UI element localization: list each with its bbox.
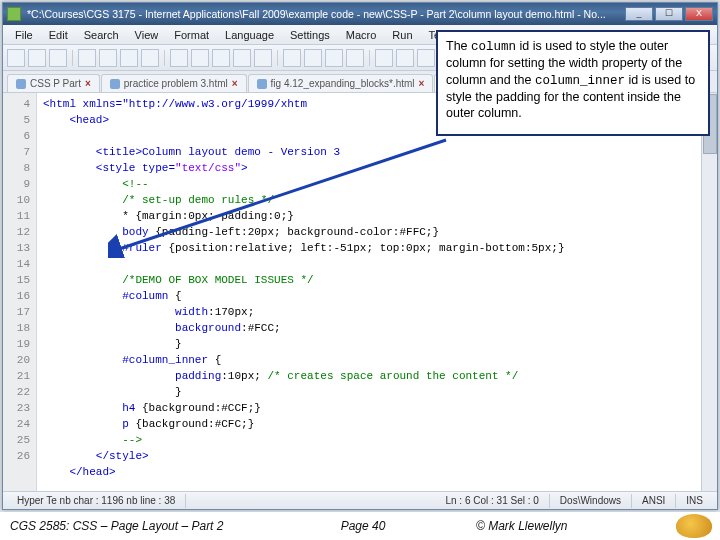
- tab-1[interactable]: practice problem 3.html×: [101, 74, 247, 92]
- slide-footer: CGS 2585: CSS – Page Layout – Part 2 Pag…: [0, 512, 720, 540]
- toolbar-button-2[interactable]: [49, 49, 67, 67]
- line-gutter: 4567891011121314151617181920212223242526: [3, 93, 37, 491]
- file-icon: [257, 79, 267, 89]
- app-icon: [7, 7, 21, 21]
- vertical-scrollbar[interactable]: [701, 93, 717, 491]
- toolbar-button-5[interactable]: [120, 49, 138, 67]
- close-button[interactable]: X: [685, 7, 713, 21]
- toolbar-button-3[interactable]: [78, 49, 96, 67]
- menu-language[interactable]: Language: [217, 27, 282, 43]
- tab-close-icon[interactable]: ×: [419, 78, 425, 89]
- toolbar-button-6[interactable]: [141, 49, 159, 67]
- tab-close-icon[interactable]: ×: [85, 78, 91, 89]
- toolbar-button-17[interactable]: [396, 49, 414, 67]
- footer-page: Page 40: [250, 519, 476, 533]
- tab-2[interactable]: fig 4.12_expanding_blocks*.html×: [248, 74, 434, 92]
- tab-label: fig 4.12_expanding_blocks*.html: [271, 78, 415, 89]
- menu-edit[interactable]: Edit: [41, 27, 76, 43]
- footer-left: CGS 2585: CSS – Page Layout – Part 2: [0, 519, 250, 533]
- toolbar-button-8[interactable]: [191, 49, 209, 67]
- toolbar-button-16[interactable]: [375, 49, 393, 67]
- toolbar-button-9[interactable]: [212, 49, 230, 67]
- status-mode: INS: [676, 494, 713, 508]
- status-enc: ANSI: [632, 494, 676, 508]
- status-left: Hyper Te nb char : 1196 nb line : 38: [7, 494, 186, 508]
- toolbar-button-10[interactable]: [233, 49, 251, 67]
- status-os: Dos\Windows: [550, 494, 632, 508]
- toolbar-button-13[interactable]: [304, 49, 322, 67]
- editor-area: 4567891011121314151617181920212223242526…: [3, 93, 717, 491]
- maximize-button[interactable]: ☐: [655, 7, 683, 21]
- toolbar-button-11[interactable]: [254, 49, 272, 67]
- footer-copyright: © Mark Llewellyn: [476, 519, 676, 533]
- file-icon: [110, 79, 120, 89]
- toolbar-button-7[interactable]: [170, 49, 188, 67]
- toolbar-button-14[interactable]: [325, 49, 343, 67]
- tab-0[interactable]: CSS P Part ×: [7, 74, 100, 92]
- toolbar-button-1[interactable]: [28, 49, 46, 67]
- menu-view[interactable]: View: [127, 27, 167, 43]
- titlebar: *C:\Courses\CGS 3175 - Internet Applicat…: [3, 3, 717, 25]
- menu-search[interactable]: Search: [76, 27, 127, 43]
- toolbar-button-12[interactable]: [283, 49, 301, 67]
- toolbar-button-18[interactable]: [417, 49, 435, 67]
- window-controls: _ ☐ X: [625, 7, 713, 21]
- toolbar-button-4[interactable]: [99, 49, 117, 67]
- annotation-callout: The column id is used to style the outer…: [436, 30, 710, 136]
- status-pos: Ln : 6 Col : 31 Sel : 0: [435, 494, 549, 508]
- toolbar-button-15[interactable]: [346, 49, 364, 67]
- code-view[interactable]: <html xmlns="http://www.w3.org/1999/xhtm…: [37, 93, 701, 491]
- menu-format[interactable]: Format: [166, 27, 217, 43]
- menu-macro[interactable]: Macro: [338, 27, 385, 43]
- tab-close-icon[interactable]: ×: [232, 78, 238, 89]
- menu-run[interactable]: Run: [384, 27, 420, 43]
- file-icon: [16, 79, 26, 89]
- toolbar-button-0[interactable]: [7, 49, 25, 67]
- ucf-logo-icon: [676, 514, 712, 538]
- menu-file[interactable]: File: [7, 27, 41, 43]
- window-title: *C:\Courses\CGS 3175 - Internet Applicat…: [27, 8, 625, 20]
- tab-label: practice problem 3.html: [124, 78, 228, 89]
- statusbar: Hyper Te nb char : 1196 nb line : 38 Ln …: [3, 491, 717, 509]
- minimize-button[interactable]: _: [625, 7, 653, 21]
- menu-settings[interactable]: Settings: [282, 27, 338, 43]
- tab-label: CSS P Part: [30, 78, 81, 89]
